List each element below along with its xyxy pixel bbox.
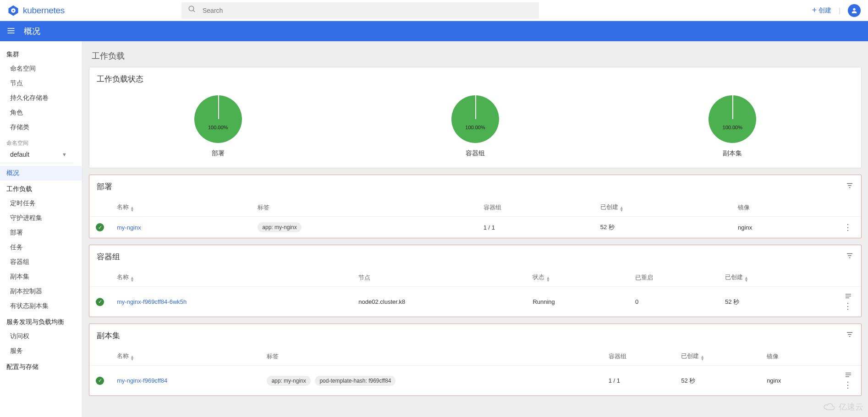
table-row: ✓ my-nginx-f969cff84-6wk5h node02.cluste… bbox=[89, 287, 861, 317]
label-chip: pod-template-hash: f969cff84 bbox=[315, 376, 396, 386]
card-title: 工作负载状态 bbox=[89, 67, 861, 91]
sort-icon: ▲▼ bbox=[700, 355, 704, 361]
menu-button[interactable] bbox=[6, 26, 16, 37]
row-menu-button[interactable]: ⋮ bbox=[841, 223, 855, 232]
row-menu-button[interactable]: ⋮ bbox=[841, 380, 855, 390]
sidebar-item-cronjobs[interactable]: 定时任务 bbox=[0, 196, 82, 211]
search-box[interactable] bbox=[181, 2, 539, 19]
sidebar-item-storageclass[interactable]: 存储类 bbox=[0, 120, 82, 135]
cell-created: 52 秒 bbox=[594, 217, 731, 238]
sidebar-section-workloads[interactable]: 工作负载 bbox=[0, 181, 82, 196]
status-charts: 100.00% 部署 100.00% 容器组 100.00% 副本集 bbox=[89, 91, 861, 168]
pie-chart-icon: 100.00% bbox=[709, 95, 756, 143]
workloads-heading: 工作负载 bbox=[92, 50, 862, 61]
sidebar-item-replicasets[interactable]: 副本集 bbox=[0, 269, 82, 284]
replicasets-card: 副本集 名称▲▼ 标签 容器组 已创建▲▼ 镜像 ✓ my-nginx-f9 bbox=[89, 324, 862, 396]
sidebar-item-daemonsets[interactable]: 守护进程集 bbox=[0, 211, 82, 225]
sort-icon: ▲▼ bbox=[546, 276, 550, 282]
filter-icon bbox=[846, 252, 854, 260]
sidebar-item-statefulsets[interactable]: 有状态副本集 bbox=[0, 299, 82, 313]
top-bar: kubernetes + 创建 | bbox=[0, 0, 868, 21]
table-header-row: 名称▲▼ 标签 容器组 已创建▲▼ 镜像 bbox=[89, 347, 861, 366]
col-name[interactable]: 名称▲▼ bbox=[110, 198, 251, 217]
replicaset-link[interactable]: my-nginx-f969cff84 bbox=[117, 377, 167, 384]
logs-icon bbox=[845, 371, 852, 379]
top-right: + 创建 | bbox=[812, 4, 861, 17]
cell-created: 52 秒 bbox=[675, 366, 760, 396]
create-button[interactable]: + 创建 bbox=[812, 5, 832, 15]
deployment-link[interactable]: my-nginx bbox=[117, 224, 141, 231]
search-input[interactable] bbox=[203, 7, 533, 14]
logs-button[interactable] bbox=[842, 293, 855, 301]
sidebar-section-cluster[interactable]: 集群 bbox=[0, 46, 82, 61]
card-title: 容器组 bbox=[97, 252, 120, 262]
cell-created: 52 秒 bbox=[719, 287, 824, 317]
sort-icon: ▲▼ bbox=[130, 206, 134, 212]
sidebar-item-deployments[interactable]: 部署 bbox=[0, 225, 82, 240]
sidebar-item-jobs[interactable]: 任务 bbox=[0, 240, 82, 255]
filter-button[interactable] bbox=[846, 252, 854, 262]
col-labels: 标签 bbox=[251, 198, 477, 217]
cell-node: node02.cluster.k8 bbox=[352, 287, 526, 317]
sidebar-item-nodes[interactable]: 节点 bbox=[0, 76, 82, 91]
workload-status-card: 工作负载状态 100.00% 部署 100.00% 容器组 100.00% 副本… bbox=[89, 67, 862, 168]
col-created[interactable]: 已创建▲▼ bbox=[675, 347, 760, 366]
col-created[interactable]: 已创建▲▼ bbox=[594, 198, 731, 217]
col-name[interactable]: 名称▲▼ bbox=[110, 347, 260, 366]
col-node: 节点 bbox=[352, 269, 526, 287]
table-row: ✓ my-nginx app: my-nginx 1 / 1 52 秒 ngin… bbox=[89, 217, 861, 238]
logs-icon bbox=[845, 292, 852, 300]
sidebar-item-namespaces[interactable]: 命名空间 bbox=[0, 61, 82, 76]
cell-restarts: 0 bbox=[629, 287, 719, 317]
status-ok-icon: ✓ bbox=[96, 223, 104, 231]
pie-chart-icon: 100.00% bbox=[194, 95, 242, 143]
svg-point-3 bbox=[189, 6, 194, 11]
sidebar-item-pods[interactable]: 容器组 bbox=[0, 255, 82, 269]
sort-icon: ▲▼ bbox=[130, 276, 134, 282]
deployments-table: 名称▲▼ 标签 容器组 已创建▲▼ 镜像 ✓ my-nginx app: my-… bbox=[89, 198, 861, 238]
col-status[interactable]: 状态▲▼ bbox=[526, 269, 629, 287]
col-name[interactable]: 名称▲▼ bbox=[110, 269, 352, 287]
sidebar-item-services[interactable]: 服务 bbox=[0, 344, 82, 358]
filter-icon bbox=[846, 181, 854, 190]
page-title: 概况 bbox=[24, 26, 40, 37]
cell-pods: 1 / 1 bbox=[602, 366, 675, 396]
row-menu-button[interactable]: ⋮ bbox=[841, 302, 855, 311]
label-chip: app: my-nginx bbox=[258, 222, 301, 232]
label-chip: app: my-nginx bbox=[267, 376, 310, 386]
pod-link[interactable]: my-nginx-f969cff84-6wk5h bbox=[117, 298, 187, 305]
svg-line-4 bbox=[193, 10, 195, 12]
search-icon bbox=[188, 5, 196, 16]
filter-button[interactable] bbox=[846, 330, 854, 341]
sidebar-item-ingresses[interactable]: 访问权 bbox=[0, 329, 82, 344]
col-labels: 标签 bbox=[260, 347, 602, 366]
cell-images: nginx bbox=[760, 366, 824, 396]
table-row: ✓ my-nginx-f969cff84 app: my-nginx pod-t… bbox=[89, 366, 861, 396]
sidebar-item-roles[interactable]: 角色 bbox=[0, 105, 82, 120]
col-pods: 容器组 bbox=[602, 347, 675, 366]
sidebar-section-config[interactable]: 配置与存储 bbox=[0, 358, 82, 374]
sidebar-item-pv[interactable]: 持久化存储卷 bbox=[0, 91, 82, 105]
account-button[interactable] bbox=[848, 4, 861, 17]
svg-point-5 bbox=[853, 8, 855, 10]
col-images: 镜像 bbox=[760, 347, 824, 366]
namespace-select[interactable]: default ▼ bbox=[0, 149, 73, 163]
pie-chart-icon: 100.00% bbox=[451, 95, 499, 143]
col-created[interactable]: 已创建▲▼ bbox=[719, 269, 824, 287]
table-header-row: 名称▲▼ 节点 状态▲▼ 已重启 已创建▲▼ bbox=[89, 269, 861, 287]
deployments-card: 部署 名称▲▼ 标签 容器组 已创建▲▼ 镜像 ✓ my-nginx bbox=[89, 175, 862, 238]
sidebar-section-discovery[interactable]: 服务发现与负载均衡 bbox=[0, 313, 82, 329]
sort-icon: ▲▼ bbox=[620, 206, 624, 212]
person-icon bbox=[851, 7, 858, 14]
sort-icon: ▲▼ bbox=[130, 355, 134, 361]
sidebar-item-overview[interactable]: 概况 bbox=[0, 166, 82, 181]
cell-images: nginx bbox=[731, 217, 835, 238]
sidebar-item-rc[interactable]: 副本控制器 bbox=[0, 284, 82, 299]
status-ok-icon: ✓ bbox=[96, 377, 104, 385]
divider: | bbox=[839, 7, 841, 14]
logs-button[interactable] bbox=[842, 372, 855, 380]
cell-pods: 1 / 1 bbox=[477, 217, 594, 238]
card-title: 副本集 bbox=[97, 330, 120, 341]
logo[interactable]: kubernetes bbox=[7, 5, 181, 16]
filter-button[interactable] bbox=[846, 181, 854, 192]
